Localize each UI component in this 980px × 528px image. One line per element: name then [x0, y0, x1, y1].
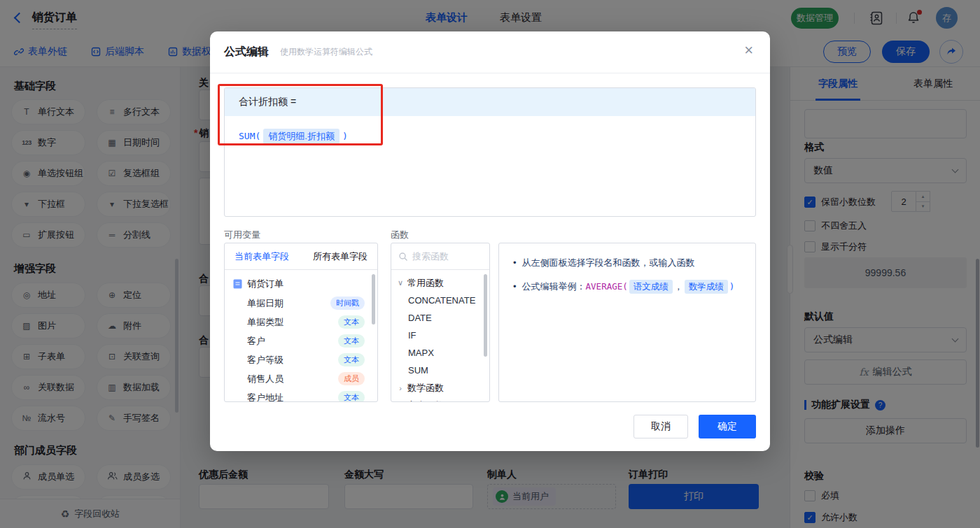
function-search[interactable]: [391, 243, 489, 270]
tree-root-label: 销货订单: [247, 278, 284, 290]
type-badge-text: 文本: [338, 353, 365, 366]
tab-all-form-fields[interactable]: 所有表单字段: [313, 250, 368, 263]
type-badge-text: 文本: [338, 334, 365, 348]
tips-panel: • 从左侧面板选择字段名和函数，或输入函数 • 公式编辑举例：AVERAGE(语…: [498, 243, 756, 402]
bullet-icon: •: [513, 280, 517, 294]
modal-header: 公式编辑 使用数学运算符编辑公式 ×: [210, 31, 770, 73]
tab-current-form-fields[interactable]: 当前表单字段: [234, 250, 289, 263]
search-icon: [398, 252, 408, 262]
variable-row[interactable]: 客户地址文本: [225, 388, 377, 402]
close-icon[interactable]: ×: [744, 43, 753, 58]
example-field-chip: 语文成绩: [629, 280, 673, 294]
function-search-input[interactable]: [412, 251, 477, 262]
variable-row[interactable]: 单据日期时间戳: [225, 294, 377, 313]
function-item[interactable]: MAPX: [391, 344, 489, 362]
functions-panel: ∨常用函数 CONCATENATE DATE IF MAPX SUM ›数学函数…: [391, 243, 490, 402]
example-field-chip: 数学成绩: [685, 280, 728, 294]
function-group-math[interactable]: ›数学函数: [391, 379, 489, 397]
bullet-icon: •: [513, 256, 517, 270]
modal-title: 公式编辑: [224, 45, 269, 59]
variable-row[interactable]: 客户等级文本: [225, 350, 377, 369]
functions-label: 函数: [391, 229, 409, 241]
function-item[interactable]: CONCATENATE: [391, 292, 489, 309]
example-function: AVERAGE(: [586, 281, 628, 292]
type-badge-timestamp: 时间戳: [330, 297, 365, 310]
formula-function: SUM(: [239, 131, 260, 141]
type-badge-text: 文本: [338, 315, 365, 329]
form-doc-icon: [233, 279, 242, 289]
functions-scrollbar[interactable]: [484, 274, 487, 357]
type-badge-text: 文本: [338, 391, 365, 402]
variables-scrollbar[interactable]: [372, 274, 375, 324]
formula-close-paren: ): [342, 131, 348, 141]
function-item[interactable]: IF: [391, 327, 489, 344]
modal-subtitle: 使用数学运算符编辑公式: [280, 46, 372, 58]
caret-right-icon: ›: [397, 401, 404, 403]
function-item[interactable]: DATE: [391, 309, 489, 327]
function-group-text[interactable]: ›文本函数: [391, 397, 489, 402]
confirm-button[interactable]: 确定: [699, 415, 756, 438]
variable-row[interactable]: 客户文本: [225, 331, 377, 350]
formula-expression[interactable]: SUM(销货明细.折扣额): [225, 116, 755, 157]
formula-field-chip[interactable]: 销货明细.折扣额: [263, 129, 340, 144]
type-badge-member: 成员: [338, 372, 365, 385]
variable-row[interactable]: 单据类型文本: [225, 313, 377, 331]
variables-panel: 当前表单字段 所有表单字段 销货订单 单据日期时间戳 单据类型文本 客户文本 客…: [224, 243, 378, 402]
variables-label: 可用变量: [224, 229, 260, 241]
tip-line-2: • 公式编辑举例：AVERAGE(语文成绩，数学成绩): [513, 280, 741, 294]
caret-right-icon: ›: [397, 384, 404, 392]
formula-edit-modal: 公式编辑 使用数学运算符编辑公式 × 合计折扣额 = SUM(销货明细.折扣额)…: [210, 31, 770, 451]
variables-tabs: 当前表单字段 所有表单字段: [225, 243, 377, 270]
formula-target: 合计折扣额 =: [225, 88, 755, 116]
variable-row[interactable]: 销售人员成员: [225, 369, 377, 388]
function-group-common[interactable]: ∨常用函数: [391, 274, 489, 292]
caret-down-icon: ∨: [397, 278, 404, 287]
function-item[interactable]: SUM: [391, 362, 489, 379]
tip-line-1: • 从左侧面板选择字段名和函数，或输入函数: [513, 256, 741, 270]
app-window: 销货订单 表单设计 表单设置 数据管理 存 表单外链 后端脚本: [0, 0, 980, 528]
formula-editor[interactable]: 合计折扣额 = SUM(销货明细.折扣额): [224, 87, 756, 217]
cancel-button[interactable]: 取消: [634, 415, 688, 438]
tree-root-form[interactable]: 销货订单: [225, 274, 377, 294]
